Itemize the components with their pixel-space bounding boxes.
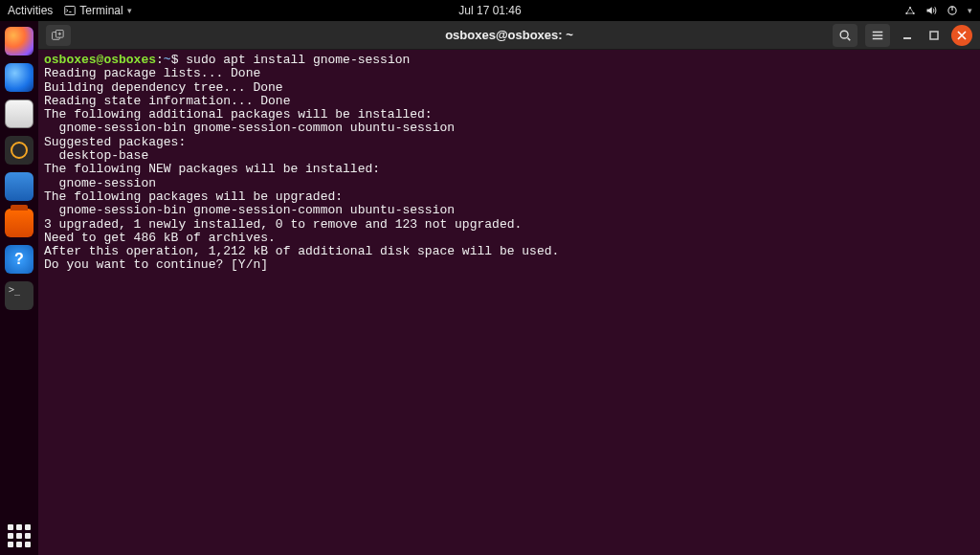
dock-app-thunderbird[interactable]	[5, 63, 33, 92]
prompt-userhost: osboxes@osboxes	[44, 53, 156, 67]
titlebar: osboxes@osboxes: ~	[38, 21, 980, 50]
terminal-body[interactable]: osboxes@osboxes:~$ sudo apt install gnom…	[38, 50, 980, 555]
terminal-output: Reading package lists... Done Building d…	[44, 66, 559, 272]
new-tab-button[interactable]	[46, 25, 71, 46]
dock-app-rhythmbox[interactable]	[5, 136, 33, 165]
app-menu-label: Terminal	[79, 4, 122, 17]
close-button[interactable]	[951, 25, 972, 46]
dock-app-libreoffice-writer[interactable]	[5, 172, 33, 201]
dock-app-terminal[interactable]: >_	[5, 281, 33, 310]
svg-rect-5	[951, 7, 952, 11]
network-icon[interactable]	[904, 5, 916, 16]
dock-app-files[interactable]	[5, 100, 33, 128]
minimize-button[interactable]	[898, 26, 917, 45]
show-applications-button[interactable]	[8, 524, 31, 547]
svg-rect-0	[65, 7, 76, 15]
power-icon[interactable]	[947, 5, 958, 16]
window-title: osboxes@osboxes: ~	[445, 28, 573, 42]
terminal-window: osboxes@osboxes: ~ osboxes@osboxes:~$ su…	[38, 21, 980, 555]
svg-point-8	[840, 31, 848, 38]
volume-icon[interactable]	[925, 5, 937, 16]
prompt-path: ~	[164, 53, 171, 67]
close-icon	[957, 31, 967, 40]
chevron-down-icon: ▾	[968, 6, 972, 15]
svg-rect-10	[930, 32, 938, 39]
search-icon	[838, 29, 852, 42]
dock: ? >_	[0, 21, 38, 555]
prompt-sep: :	[156, 53, 164, 67]
gnome-topbar: Activities Terminal ▾ Jul 17 01:46 ▾	[0, 0, 980, 21]
search-button[interactable]	[833, 24, 858, 47]
maximize-button[interactable]	[924, 26, 944, 45]
svg-rect-9	[903, 37, 911, 39]
dock-app-firefox[interactable]	[5, 27, 33, 56]
chevron-down-icon: ▾	[127, 6, 132, 15]
new-tab-icon	[52, 30, 65, 41]
prompt-symbol: $	[171, 53, 179, 67]
command-text: sudo apt install gnome-session	[186, 53, 410, 67]
clock[interactable]: Jul 17 01:46	[458, 4, 521, 17]
dock-app-ubuntu-software[interactable]	[5, 209, 33, 237]
activities-button[interactable]: Activities	[8, 4, 53, 17]
minimize-icon	[902, 30, 913, 41]
hamburger-icon	[871, 29, 884, 42]
terminal-icon	[64, 5, 76, 16]
hamburger-menu-button[interactable]	[865, 24, 890, 47]
dock-app-help[interactable]: ?	[5, 245, 33, 274]
app-menu[interactable]: Terminal ▾	[64, 4, 131, 17]
maximize-icon	[928, 30, 940, 41]
